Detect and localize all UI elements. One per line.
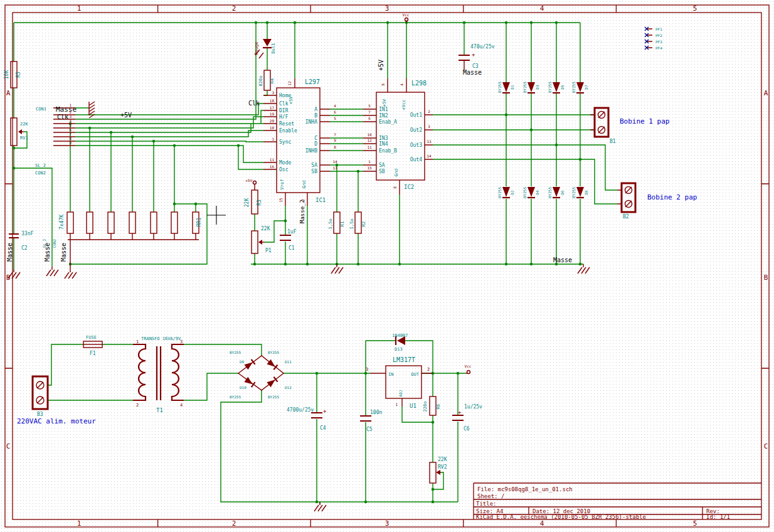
label-masse-c3[interactable]: Masse: [463, 69, 482, 76]
ref-c4[interactable]: C4: [320, 425, 326, 431]
ic1-l297[interactable]: [263, 78, 330, 206]
capacitor-c1[interactable]: [280, 235, 291, 240]
resistor-r6[interactable]: [430, 396, 436, 415]
resistor-r1[interactable]: [334, 212, 340, 233]
ref-p1[interactable]: P1: [265, 248, 272, 253]
value-c2[interactable]: 33nF: [21, 231, 33, 237]
ref-r6[interactable]: R6: [436, 404, 441, 409]
label-5v-r3[interactable]: +5V: [245, 178, 252, 183]
ref-f1[interactable]: F1: [90, 351, 96, 356]
connector-b1[interactable]: [590, 108, 608, 137]
value-u1[interactable]: LM317T: [393, 356, 415, 363]
label-masse-con2[interactable]: Masse: [44, 243, 51, 262]
ref-b3[interactable]: B3: [37, 412, 43, 417]
label-masse2[interactable]: Masse_2: [299, 200, 305, 223]
ref-r3[interactable]: R3: [257, 200, 262, 206]
value-ic2[interactable]: L298: [411, 80, 427, 87]
label-masse-rr1[interactable]: Masse: [60, 243, 67, 262]
ref-d3[interactable]: D3: [535, 85, 539, 90]
label-vcc-top[interactable]: Vcc: [403, 13, 410, 17]
value-r5[interactable]: 10K: [4, 70, 9, 80]
connector-b3[interactable]: [33, 376, 48, 409]
ref-r1[interactable]: R1: [340, 221, 345, 226]
value-r6[interactable]: 220o: [423, 402, 428, 412]
value-r3[interactable]: 22K: [244, 198, 250, 208]
value-p1[interactable]: 22K: [261, 226, 270, 231]
value-f1[interactable]: FUSE: [86, 335, 97, 340]
label-sl2[interactable]: SL_2: [35, 163, 46, 168]
ref-d8[interactable]: D8: [584, 190, 588, 195]
label-masse-right[interactable]: Masse: [553, 257, 572, 263]
value-c1[interactable]: 1uF: [287, 229, 297, 235]
ref-ic2[interactable]: IC2: [404, 184, 414, 190]
ref-r2[interactable]: R2: [361, 221, 366, 226]
capacitor-c2[interactable]: [9, 234, 19, 238]
value-r1[interactable]: 1,5o: [328, 219, 333, 230]
ref-d10[interactable]: D10: [240, 385, 247, 390]
label-bobine1[interactable]: Bobine 1 pap: [620, 117, 669, 125]
value-t1[interactable]: TRANSFO 16VA/9V: [141, 336, 181, 341]
label-masse-c2[interactable]: Masse: [6, 243, 13, 262]
label-vcc-out[interactable]: Vcc: [465, 364, 472, 368]
value-c4[interactable]: 4700u/25v: [287, 407, 314, 413]
ref-rr1[interactable]: RR1: [196, 218, 202, 227]
value-rr1[interactable]: 7x47K: [59, 215, 65, 230]
ref-d4[interactable]: D4: [535, 190, 539, 195]
value-rv2[interactable]: 22K: [438, 457, 447, 462]
ref-d5[interactable]: D5: [560, 85, 565, 90]
ref-d13[interactable]: D13: [395, 347, 403, 352]
ref-r4[interactable]: R4: [270, 78, 275, 83]
ref-rv1[interactable]: RV1: [20, 136, 28, 141]
label-clk-l297[interactable]: Clk: [248, 100, 260, 107]
ref-d6[interactable]: D6: [560, 190, 565, 195]
ref-c2[interactable]: C2: [21, 245, 28, 251]
value-r2[interactable]: 1,5o: [349, 219, 354, 230]
value-del1[interactable]: Rouge: [254, 41, 259, 55]
ref-con2[interactable]: CON2: [35, 171, 46, 176]
potentiometer-p1[interactable]: [252, 231, 264, 253]
fuse-f1[interactable]: [83, 341, 102, 348]
value-r4[interactable]: 820o: [258, 76, 263, 87]
resistor-network-rr1[interactable]: [67, 212, 199, 270]
capacitor-c5[interactable]: [360, 416, 371, 421]
value-c3[interactable]: 470u/25v: [470, 44, 495, 50]
ref-r5[interactable]: R5: [16, 72, 21, 78]
resistor-r2[interactable]: [355, 212, 361, 233]
ref-rv2[interactable]: RV2: [438, 464, 447, 470]
ref-d9[interactable]: D9: [240, 359, 245, 364]
transformer-t1[interactable]: [133, 344, 184, 400]
ref-c6[interactable]: C6: [464, 426, 470, 432]
ref-d1[interactable]: D1: [510, 85, 514, 90]
label-5v-l298[interactable]: +5V: [378, 60, 384, 71]
connector-b2[interactable]: [617, 183, 635, 212]
ref-d2[interactable]: D2: [510, 190, 514, 195]
label-220vac[interactable]: 220VAC alim. moteur: [17, 417, 96, 425]
ref-c5[interactable]: C5: [366, 427, 373, 432]
ref-t1[interactable]: T1: [156, 407, 163, 413]
label-bobine2[interactable]: Bobine 2 pap: [647, 193, 697, 201]
capacitor-c3[interactable]: [459, 55, 470, 70]
value-c5[interactable]: 100n: [370, 410, 382, 415]
ref-d7[interactable]: D7: [584, 85, 588, 90]
capacitor-c4[interactable]: [311, 413, 322, 418]
power-symbol-5v[interactable]: [253, 181, 257, 191]
ref-u1[interactable]: U1: [410, 403, 416, 409]
ref-c3[interactable]: C3: [472, 63, 479, 69]
power-symbol-vcc-out[interactable]: [466, 371, 470, 374]
ref-d11[interactable]: D11: [285, 359, 292, 364]
ref-c1[interactable]: C1: [289, 245, 295, 251]
value-rv1[interactable]: 22K: [20, 122, 28, 127]
flyback-diodes[interactable]: [502, 82, 584, 198]
value-c6[interactable]: 1u/25v: [464, 404, 482, 410]
ref-b1[interactable]: B1: [610, 139, 616, 144]
label-5v-con1[interactable]: +5V: [120, 112, 132, 119]
ref-b2[interactable]: B2: [623, 214, 629, 220]
label-masse-con1[interactable]: Masse: [56, 105, 77, 114]
ref-del1[interactable]: Del1: [271, 43, 276, 54]
value-d13[interactable]: 1N4007: [392, 333, 408, 338]
capacitor-c6[interactable]: [452, 415, 464, 420]
schematic-canvas[interactable]: 1234512345ABCABCFile: mc9s08qg8_1e_un_01…: [0, 0, 774, 532]
regulator-u1-lm317[interactable]: [370, 366, 433, 407]
label-clk-con1[interactable]: Clk: [57, 114, 68, 120]
ref-con1[interactable]: CON1: [36, 107, 46, 112]
